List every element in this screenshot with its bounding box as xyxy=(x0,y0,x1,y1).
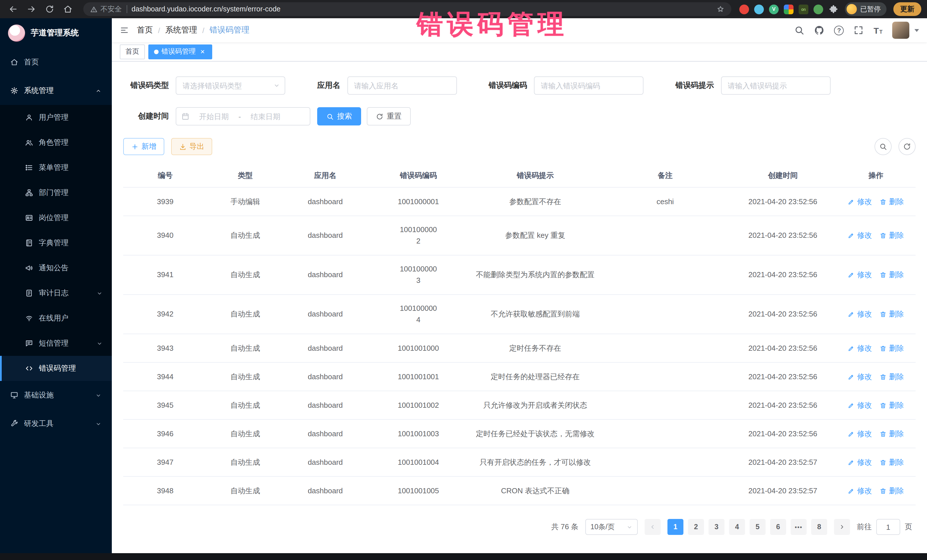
breadcrumb-home[interactable]: 首页 xyxy=(137,25,153,35)
bookmark-star-icon[interactable] xyxy=(716,5,725,13)
sidebar-item-notice[interactable]: 通知公告 xyxy=(0,255,112,281)
page-button[interactable]: 6 xyxy=(770,519,786,535)
page-button[interactable]: 5 xyxy=(749,519,766,535)
extension-on-icon[interactable] xyxy=(799,4,808,14)
page-button[interactable]: 1 xyxy=(667,519,684,535)
sidebar-item-menu-management[interactable]: 菜单管理 xyxy=(0,155,112,180)
trash-icon xyxy=(880,232,887,239)
github-icon[interactable] xyxy=(815,25,825,35)
breadcrumb-system-management[interactable]: 系统管理 xyxy=(165,25,197,35)
pencil-icon xyxy=(848,311,855,318)
sidebar-item-infrastructure[interactable]: 基础设施 xyxy=(0,381,112,410)
prev-page-button[interactable] xyxy=(644,519,661,535)
sidebar-item-system-management[interactable]: 系统管理 xyxy=(0,76,112,105)
app-logo[interactable]: 芋道管理系统 xyxy=(0,18,112,48)
goto-page-input[interactable] xyxy=(876,519,900,535)
browser-back-button[interactable] xyxy=(6,2,21,17)
edit-link[interactable]: 修改 xyxy=(848,486,872,496)
delete-link[interactable]: 删除 xyxy=(880,372,904,382)
browser-home-button[interactable] xyxy=(61,2,75,17)
date-range-picker[interactable]: - xyxy=(176,107,310,126)
page-size-select[interactable]: 10条/页 xyxy=(585,519,638,535)
sidebar-item-error-code-management[interactable]: 错误码管理 xyxy=(0,356,112,381)
extension-red-icon[interactable] xyxy=(739,4,749,14)
tab-home[interactable]: 首页 xyxy=(120,44,145,59)
browser-update-button[interactable]: 更新 xyxy=(894,2,921,16)
edit-link[interactable]: 修改 xyxy=(848,343,872,353)
trash-icon xyxy=(880,459,887,466)
security-indicator[interactable]: 不安全 xyxy=(90,4,122,14)
page-button[interactable]: 2 xyxy=(688,519,704,535)
export-button[interactable]: 导出 xyxy=(171,138,212,155)
vue-devtools-icon[interactable] xyxy=(769,4,779,14)
sidebar-item-online-users[interactable]: 在线用户 xyxy=(0,306,112,331)
delete-link[interactable]: 删除 xyxy=(880,343,904,353)
edit-link[interactable]: 修改 xyxy=(848,270,872,280)
sidebar-item-sms-management[interactable]: 短信管理 xyxy=(0,331,112,356)
page-button[interactable]: 3 xyxy=(708,519,725,535)
fullscreen-icon[interactable] xyxy=(854,25,864,35)
delete-link[interactable]: 删除 xyxy=(880,400,904,410)
tab-error-code-management[interactable]: 错误码管理 xyxy=(148,44,212,59)
sidebar-item-dict-management[interactable]: 字典管理 xyxy=(0,231,112,255)
extension-drop-icon[interactable] xyxy=(754,4,764,14)
add-button[interactable]: 新增 xyxy=(123,138,164,155)
sidebar-item-dev-tools[interactable]: 研发工具 xyxy=(0,410,112,438)
delete-link[interactable]: 删除 xyxy=(880,309,904,319)
reset-button[interactable]: 重置 xyxy=(367,107,411,126)
avatar-caret-icon[interactable] xyxy=(915,29,919,32)
delete-link[interactable]: 删除 xyxy=(880,196,904,207)
extension-grid-icon[interactable] xyxy=(784,4,793,14)
cell-remark xyxy=(601,228,729,243)
delete-link[interactable]: 删除 xyxy=(880,231,904,241)
edit-link[interactable]: 修改 xyxy=(848,400,872,410)
column-header-operations: 操作 xyxy=(836,164,916,187)
help-icon[interactable] xyxy=(834,25,844,35)
table-row: 3940 自动生成 dashboard 100100000 2 参数配置 key… xyxy=(123,216,916,255)
sidebar-fold-button[interactable] xyxy=(112,18,137,42)
trash-icon xyxy=(880,345,887,352)
sidebar-item-dept-management[interactable]: 部门管理 xyxy=(0,180,112,205)
edit-link[interactable]: 修改 xyxy=(848,457,872,467)
page-button[interactable]: ••• xyxy=(791,519,807,535)
toggle-search-button[interactable] xyxy=(874,138,892,155)
error-code-type-select[interactable] xyxy=(176,76,285,95)
refresh-table-button[interactable] xyxy=(898,138,916,155)
tab-close-icon[interactable] xyxy=(199,48,207,56)
next-page-button[interactable] xyxy=(834,519,850,535)
edit-link[interactable]: 修改 xyxy=(848,309,872,319)
sidebar-item-role-management[interactable]: 角色管理 xyxy=(0,130,112,155)
delete-link[interactable]: 删除 xyxy=(880,457,904,467)
browser-forward-button[interactable] xyxy=(24,2,39,17)
paused-label: 已暂停 xyxy=(860,4,881,14)
edit-link[interactable]: 修改 xyxy=(848,231,872,241)
error-hint-input[interactable] xyxy=(721,76,830,95)
address-bar[interactable]: 不安全 dashboard.yudao.iocoder.cn/system/er… xyxy=(83,2,731,16)
sidebar-item-audit-log[interactable]: 审计日志 xyxy=(0,281,112,306)
trash-icon xyxy=(880,311,887,318)
end-date-input[interactable] xyxy=(245,112,287,121)
user-avatar[interactable] xyxy=(892,22,909,39)
error-code-input[interactable] xyxy=(534,76,643,95)
search-button[interactable]: 搜索 xyxy=(317,107,361,126)
edit-link[interactable]: 修改 xyxy=(848,372,872,382)
sidebar-item-post-management[interactable]: 岗位管理 xyxy=(0,205,112,231)
download-icon xyxy=(179,143,187,150)
page-button[interactable]: 8 xyxy=(811,519,827,535)
extensions-puzzle-icon[interactable] xyxy=(828,4,838,14)
start-date-input[interactable] xyxy=(193,112,235,121)
browser-reload-button[interactable] xyxy=(42,2,57,17)
delete-link[interactable]: 删除 xyxy=(880,270,904,280)
sidebar-item-home[interactable]: 首页 xyxy=(0,48,112,76)
sidebar-item-user-management[interactable]: 用户管理 xyxy=(0,105,112,130)
profile-paused-badge[interactable]: 已暂停 xyxy=(845,2,886,16)
extension-green-icon[interactable] xyxy=(813,4,823,14)
edit-link[interactable]: 修改 xyxy=(848,196,872,207)
delete-link[interactable]: 删除 xyxy=(880,486,904,496)
search-icon[interactable] xyxy=(794,25,805,35)
delete-link[interactable]: 删除 xyxy=(880,428,904,439)
edit-link[interactable]: 修改 xyxy=(848,428,872,439)
font-size-icon[interactable] xyxy=(874,26,883,35)
app-name-input[interactable] xyxy=(347,76,457,95)
page-button[interactable]: 4 xyxy=(729,519,745,535)
